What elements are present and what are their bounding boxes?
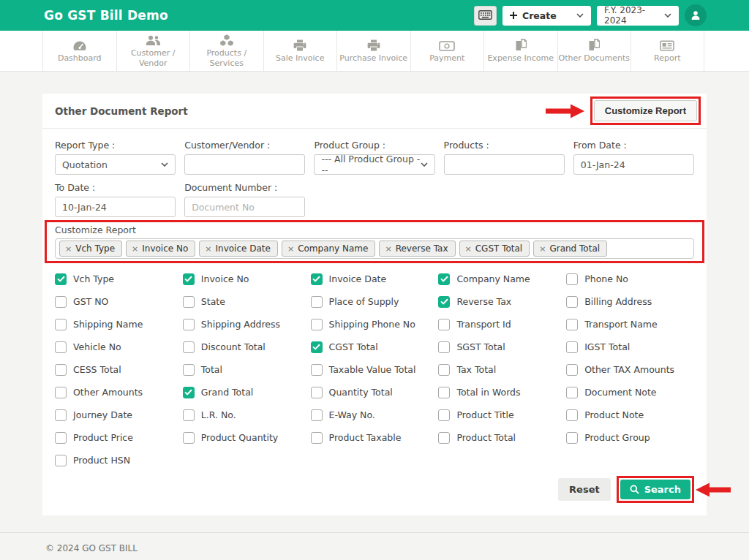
- checked-checkbox[interactable]: [183, 273, 195, 285]
- checkbox-other-amounts[interactable]: Other Amounts: [55, 381, 183, 404]
- checkbox-state[interactable]: State: [183, 290, 311, 313]
- checkbox-company-name[interactable]: Company Name: [438, 268, 566, 290]
- checked-checkbox[interactable]: [55, 273, 67, 285]
- checkbox-product-quantity[interactable]: Product Quantity: [183, 426, 311, 449]
- tag-invoice-date[interactable]: ×Invoice Date: [199, 241, 278, 257]
- unchecked-checkbox[interactable]: [183, 364, 195, 376]
- checkbox-product-taxable[interactable]: Product Taxable: [311, 426, 439, 449]
- nav-item-report[interactable]: Report: [631, 31, 704, 71]
- tag-invoice-no[interactable]: ×Invoice No: [126, 241, 195, 257]
- checkbox-document-note[interactable]: Document Note: [566, 381, 694, 404]
- financial-year-dropdown[interactable]: F.Y. 2023-2024: [597, 6, 679, 26]
- checkbox-sgst-total[interactable]: SGST Total: [438, 336, 566, 358]
- remove-tag-icon[interactable]: ×: [287, 244, 294, 254]
- customize-report-button[interactable]: Customize Report: [594, 100, 697, 121]
- remove-tag-icon[interactable]: ×: [132, 244, 138, 254]
- tag-reverse-tax[interactable]: ×Reverse Tax: [379, 241, 455, 257]
- unchecked-checkbox[interactable]: [183, 296, 195, 308]
- products-input[interactable]: [444, 154, 565, 175]
- remove-tag-icon[interactable]: ×: [539, 244, 546, 254]
- checkbox-place-of-supply[interactable]: Place of Supply: [311, 290, 439, 313]
- nav-item-sale-invoice[interactable]: Sale Invoice: [263, 31, 337, 71]
- unchecked-checkbox[interactable]: [438, 341, 450, 353]
- checked-checkbox[interactable]: [438, 273, 450, 285]
- tag-vch-type[interactable]: ×Vch Type: [59, 241, 122, 257]
- checkbox-cgst-total[interactable]: CGST Total: [311, 336, 439, 358]
- checkbox-vehicle-no[interactable]: Vehicle No: [55, 336, 183, 358]
- checkbox-e-way-no[interactable]: E-Way No.: [311, 404, 439, 426]
- unchecked-checkbox[interactable]: [311, 432, 323, 444]
- unchecked-checkbox[interactable]: [566, 341, 578, 353]
- checkbox-transport-id[interactable]: Transport Id: [438, 313, 566, 336]
- checkbox-shipping-name[interactable]: Shipping Name: [55, 313, 183, 336]
- unchecked-checkbox[interactable]: [566, 296, 578, 308]
- selected-columns-tags-box[interactable]: ×Vch Type×Invoice No×Invoice Date×Compan…: [55, 238, 694, 259]
- keyboard-shortcuts-button[interactable]: [474, 6, 497, 26]
- unchecked-checkbox[interactable]: [55, 364, 67, 376]
- to-date-input[interactable]: [55, 197, 176, 217]
- checkbox-invoice-date[interactable]: Invoice Date: [311, 268, 439, 290]
- remove-tag-icon[interactable]: ×: [205, 244, 211, 254]
- checkbox-phone-no[interactable]: Phone No: [566, 268, 694, 290]
- unchecked-checkbox[interactable]: [566, 319, 578, 330]
- unchecked-checkbox[interactable]: [55, 409, 67, 421]
- unchecked-checkbox[interactable]: [311, 387, 323, 398]
- unchecked-checkbox[interactable]: [55, 319, 67, 330]
- unchecked-checkbox[interactable]: [55, 432, 67, 444]
- nav-item-other-documents[interactable]: Other Documents: [557, 31, 631, 71]
- unchecked-checkbox[interactable]: [566, 409, 578, 421]
- nav-item-products-services[interactable]: Products / Services: [189, 31, 263, 71]
- tag-grand-total[interactable]: ×Grand Total: [533, 241, 607, 257]
- checkbox-total-in-words[interactable]: Total in Words: [438, 381, 566, 404]
- remove-tag-icon[interactable]: ×: [385, 244, 391, 254]
- unchecked-checkbox[interactable]: [566, 364, 578, 376]
- unchecked-checkbox[interactable]: [183, 432, 195, 444]
- unchecked-checkbox[interactable]: [566, 387, 578, 398]
- checkbox-tax-total[interactable]: Tax Total: [438, 358, 566, 381]
- checked-checkbox[interactable]: [438, 296, 450, 308]
- unchecked-checkbox[interactable]: [438, 432, 450, 444]
- unchecked-checkbox[interactable]: [55, 341, 67, 353]
- unchecked-checkbox[interactable]: [311, 409, 323, 421]
- unchecked-checkbox[interactable]: [438, 364, 450, 376]
- checkbox-product-note[interactable]: Product Note: [566, 404, 694, 426]
- checkbox-journey-date[interactable]: Journey Date: [55, 404, 183, 426]
- checkbox-reverse-tax[interactable]: Reverse Tax: [438, 290, 566, 313]
- unchecked-checkbox[interactable]: [311, 319, 323, 330]
- checkbox-discount-total[interactable]: Discount Total: [183, 336, 311, 358]
- checkbox-total[interactable]: Total: [183, 358, 311, 381]
- unchecked-checkbox[interactable]: [311, 296, 323, 308]
- checkbox-product-title[interactable]: Product Title: [438, 404, 566, 426]
- checkbox-product-price[interactable]: Product Price: [55, 426, 183, 449]
- unchecked-checkbox[interactable]: [438, 387, 450, 398]
- nav-item-customer-vendor[interactable]: Customer / Vendor: [116, 31, 190, 71]
- checkbox-gst-no[interactable]: GST NO: [55, 290, 183, 313]
- unchecked-checkbox[interactable]: [566, 273, 578, 285]
- nav-item-expense-income[interactable]: Expense Income: [483, 31, 557, 71]
- search-button[interactable]: Search: [620, 480, 690, 499]
- unchecked-checkbox[interactable]: [183, 341, 195, 353]
- checked-checkbox[interactable]: [183, 387, 195, 398]
- reset-button[interactable]: Reset: [558, 478, 611, 501]
- unchecked-checkbox[interactable]: [311, 364, 323, 376]
- unchecked-checkbox[interactable]: [55, 387, 67, 398]
- checkbox-l-r-no[interactable]: L.R. No.: [183, 404, 311, 426]
- document-number-input[interactable]: [184, 197, 305, 217]
- from-date-input[interactable]: [573, 154, 694, 175]
- tag-cgst-total[interactable]: ×CGST Total: [459, 241, 530, 257]
- remove-tag-icon[interactable]: ×: [65, 244, 72, 254]
- remove-tag-icon[interactable]: ×: [465, 244, 472, 254]
- checkbox-quantity-total[interactable]: Quantity Total: [311, 381, 439, 404]
- report-type-select[interactable]: Quotation: [55, 154, 176, 175]
- checkbox-igst-total[interactable]: IGST Total: [566, 336, 694, 358]
- checkbox-product-group[interactable]: Product Group: [566, 426, 694, 449]
- unchecked-checkbox[interactable]: [438, 319, 450, 330]
- checkbox-cess-total[interactable]: CESS Total: [55, 358, 183, 381]
- user-avatar[interactable]: [685, 4, 707, 26]
- checkbox-invoice-no[interactable]: Invoice No: [183, 268, 311, 290]
- unchecked-checkbox[interactable]: [55, 455, 67, 466]
- checkbox-shipping-phone-no[interactable]: Shipping Phone No: [311, 313, 439, 336]
- create-dropdown[interactable]: Create: [503, 6, 591, 26]
- checkbox-grand-total[interactable]: Grand Total: [183, 381, 311, 404]
- checked-checkbox[interactable]: [311, 341, 323, 353]
